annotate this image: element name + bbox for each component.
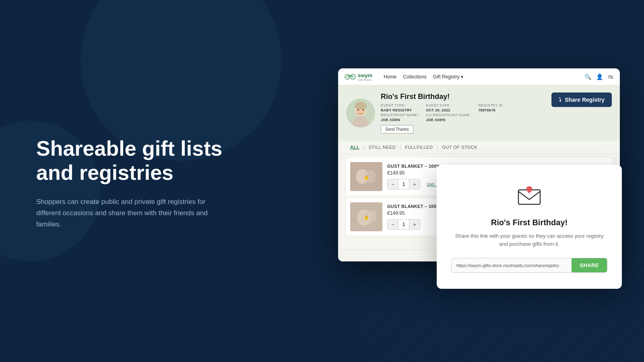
update-link-1[interactable]: Upd... <box>427 182 438 187</box>
nav-icons: 🔍 👤 🛍 <box>584 74 613 80</box>
share-icon: ⤵ <box>559 97 561 103</box>
qty-increase-1[interactable]: + <box>409 179 420 189</box>
modal-title: Rio's First Birthday! <box>451 218 607 227</box>
registry-name: Rio's First Birthday! <box>381 93 505 101</box>
sub-text: Shoppers can create public and private g… <box>36 196 229 230</box>
svg-point-8 <box>355 102 367 110</box>
swym-logo-icon <box>345 73 356 80</box>
share-registry-button[interactable]: ⤵ Share Registry <box>551 93 612 107</box>
registry-info: Rio's First Birthday! EVENT TYPE : EVENT… <box>381 93 505 134</box>
nav-links: Home Collections Gift Registry ▾ <box>384 74 463 80</box>
product-image-2: 👶 <box>350 202 382 231</box>
tab-all[interactable]: ALL <box>346 145 363 150</box>
registry-meta: EVENT TYPE : EVENT DATE : REGISTRY ID : … <box>381 103 505 122</box>
share-modal: Rio's First Birthday! Share this link wi… <box>437 165 622 289</box>
tab-out-of-stock[interactable]: OUT OF STOCK <box>438 145 481 150</box>
nav-home[interactable]: Home <box>384 74 396 80</box>
modal-description: Share this link with your guests so they… <box>451 232 607 248</box>
quantity-control-2: − 1 + <box>387 219 420 230</box>
qty-value-2: 1 <box>398 220 409 229</box>
svg-point-0 <box>345 74 350 79</box>
svg-point-1 <box>351 74 355 79</box>
qty-decrease-2[interactable]: − <box>388 220 398 229</box>
svg-text:👶: 👶 <box>364 215 369 220</box>
search-icon[interactable]: 🔍 <box>584 74 591 80</box>
nav-collections[interactable]: Collections <box>403 74 427 80</box>
registry-profile: Rio's First Birthday! EVENT TYPE : EVENT… <box>346 93 505 134</box>
qty-value-1: 1 <box>398 179 409 189</box>
left-section: Shareable gift lists and registries Shop… <box>36 137 229 230</box>
qty-decrease-1[interactable]: − <box>388 179 398 189</box>
browser-nav: swym Gift Store Home Collections Gift Re… <box>338 68 620 85</box>
share-copy-button[interactable]: SHARE <box>572 258 607 272</box>
user-icon[interactable]: 👤 <box>596 74 603 80</box>
share-url-row: SHARE <box>451 258 607 273</box>
main-heading: Shareable gift lists and registries <box>36 137 229 185</box>
qty-increase-2[interactable]: + <box>409 220 420 229</box>
product-image-1: 👶 <box>350 162 382 191</box>
filter-tabs: ALL | STILL NEED | FULLFILLED | OUT OF S… <box>338 141 620 154</box>
swym-logo: swym Gift Store <box>345 72 372 82</box>
svg-text:👶: 👶 <box>364 175 369 180</box>
share-url-input[interactable] <box>452 258 572 272</box>
nav-gift-registry[interactable]: Gift Registry ▾ <box>433 74 463 80</box>
send-thanks-button[interactable]: Send Thanks <box>381 125 413 134</box>
tab-fulfilled[interactable]: FULLFILLED <box>401 145 437 150</box>
cart-icon[interactable]: 🛍 <box>608 74 613 80</box>
modal-icon <box>451 181 607 211</box>
tab-still-need[interactable]: STILL NEED <box>365 145 400 150</box>
avatar <box>346 99 375 128</box>
quantity-control-1: − 1 + <box>387 179 420 189</box>
swym-logo-text: swym Gift Store <box>358 72 372 82</box>
registry-header: Rio's First Birthday! EVENT TYPE : EVENT… <box>338 85 620 141</box>
